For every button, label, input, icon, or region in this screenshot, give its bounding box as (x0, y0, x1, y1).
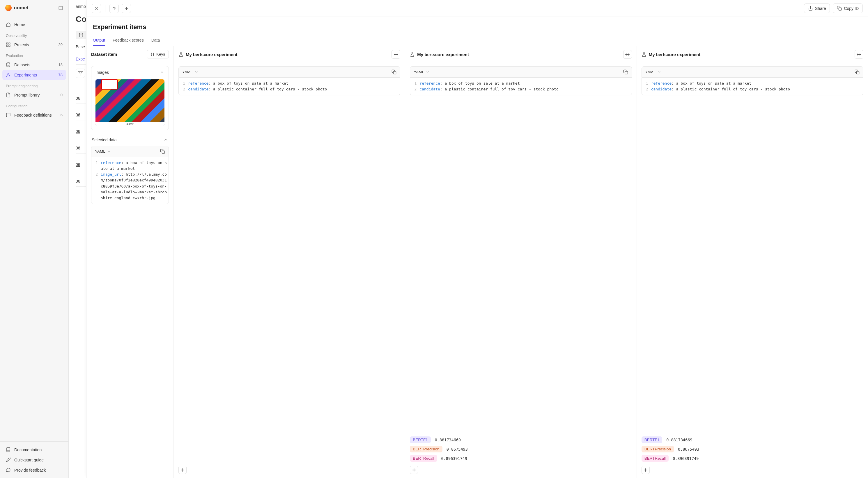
expand-button[interactable] (623, 50, 632, 59)
images-section-toggle[interactable]: Images (91, 66, 168, 78)
experiment-yaml-block: 1reference: a box of toys on sale at a m… (179, 78, 400, 95)
next-button[interactable] (122, 4, 131, 13)
nav-projects-label: Projects (14, 42, 29, 47)
filter-button[interactable] (76, 69, 85, 78)
tab-feedback-scores[interactable]: Feedback scores (113, 35, 144, 46)
breadcrumb[interactable]: anmo (76, 4, 86, 9)
yaml-label: YAML (645, 70, 656, 74)
chevron-down-icon (426, 70, 430, 74)
nav-prompt-library-count: 0 (61, 93, 63, 97)
add-score-button[interactable] (179, 466, 187, 474)
close-icon (94, 6, 99, 11)
score-value-recall: 0.896391749 (441, 456, 467, 461)
section-observability: Observability (2, 30, 66, 39)
tab-output[interactable]: Output (93, 35, 105, 46)
table-row[interactable]: 06 (76, 104, 86, 121)
expand-button[interactable] (855, 50, 863, 59)
svg-rect-4 (6, 45, 8, 46)
experiment-name[interactable]: My bertscore experiment (649, 52, 852, 57)
nav-documentation[interactable]: Documentation (2, 445, 66, 455)
yaml-format-select[interactable]: YAML (642, 66, 863, 78)
nav-projects[interactable]: Projects 20 (2, 39, 66, 50)
chevron-up-icon (159, 70, 164, 75)
score-label-f1: BERTF1 (642, 436, 662, 443)
nav-docs-label: Documentation (14, 447, 42, 452)
nav-prompt-library[interactable]: Prompt library 0 (2, 90, 66, 100)
table-row[interactable]: 06 (76, 121, 86, 137)
prev-button[interactable] (110, 4, 119, 13)
grid-icon (6, 42, 11, 47)
chat-icon (6, 468, 11, 473)
copy-icon[interactable] (855, 69, 860, 74)
dataset-image-thumb[interactable] (95, 79, 164, 126)
experiment-yaml-block: 1reference: a box of toys on sale at a m… (410, 78, 632, 95)
nav-prompt-library-label: Prompt library (14, 93, 39, 97)
keys-button[interactable]: {} Keys (147, 50, 169, 59)
yaml-label: YAML (414, 70, 424, 74)
score-value-recall: 0.896391749 (673, 456, 699, 461)
svg-rect-21 (625, 71, 627, 74)
score-label-recall: BERTRecall (642, 455, 669, 462)
nav-datasets[interactable]: Datasets 18 (2, 60, 66, 70)
add-score-button[interactable] (410, 466, 418, 474)
file-icon (6, 93, 11, 97)
score-value-f1: 0.881734669 (435, 438, 461, 442)
copy-icon[interactable] (160, 149, 165, 154)
nav-provide-feedback[interactable]: Provide feedback (2, 465, 66, 475)
experiment-name[interactable]: My bertscore experiment (186, 52, 389, 57)
yaml-format-select[interactable]: YAML (179, 66, 400, 78)
home-icon (6, 22, 11, 27)
expand-icon (625, 52, 630, 57)
keys-label: Keys (156, 52, 165, 57)
tab-data[interactable]: Data (151, 35, 160, 46)
svg-rect-0 (59, 6, 63, 9)
nav-feedback-defs-label: Feedback definitions (14, 113, 52, 117)
nav-experiments[interactable]: Experiments 78 (2, 70, 66, 80)
brand-logo[interactable]: comet (0, 0, 68, 16)
share-button[interactable]: Share (804, 3, 830, 13)
copy-icon[interactable] (392, 69, 397, 74)
nav-feedback-defs[interactable]: Feedback definitions 6 (2, 110, 66, 120)
selected-data-label: Selected data (92, 138, 117, 142)
nav-home[interactable]: Home (2, 20, 66, 30)
table-row[interactable]: 06 (76, 137, 86, 153)
book-icon (6, 447, 11, 452)
sidebar-collapse-icon[interactable] (58, 5, 63, 10)
table-row[interactable]: 06 (76, 87, 86, 104)
close-panel-button[interactable] (92, 4, 101, 13)
nav-quickstart[interactable]: Quickstart guide (2, 455, 66, 465)
yaml-format-select[interactable]: YAML (91, 146, 169, 157)
section-configuration: Configuration (2, 100, 66, 110)
expand-button[interactable] (392, 50, 400, 59)
svg-rect-17 (394, 71, 396, 74)
panel-title: Experiment items (87, 17, 868, 35)
table-row[interactable]: 06 (76, 170, 86, 187)
add-score-button[interactable] (642, 466, 650, 474)
svg-rect-25 (856, 71, 859, 74)
nav-home-label: Home (14, 23, 25, 27)
nav-feedback-label: Provide feedback (14, 468, 46, 473)
selected-data-toggle[interactable]: Selected data (91, 134, 169, 146)
plus-icon (180, 468, 185, 473)
experiment-name[interactable]: My bertscore experiment (417, 52, 621, 57)
yaml-label: YAML (182, 70, 193, 74)
score-value-precision: 0.8675493 (678, 447, 699, 451)
dataset-chip[interactable] (76, 31, 86, 39)
yaml-format-select[interactable]: YAML (410, 66, 632, 78)
table-row[interactable]: 06 (76, 153, 86, 170)
images-section-label: Images (95, 70, 109, 75)
flask-icon (410, 52, 415, 57)
svg-rect-14 (839, 7, 841, 10)
section-prompt-eng: Prompt engineering (2, 80, 66, 90)
nav-projects-count: 20 (59, 42, 63, 47)
score-label-recall: BERTRecall (410, 455, 437, 462)
bg-tab[interactable]: Expe (76, 55, 85, 64)
copy-id-button[interactable]: Copy ID (833, 3, 863, 13)
copy-id-label: Copy ID (844, 6, 859, 11)
message-icon (6, 112, 11, 117)
yaml-label: YAML (95, 149, 105, 153)
svg-point-7 (80, 33, 83, 34)
copy-icon[interactable] (623, 69, 628, 74)
svg-point-6 (7, 63, 10, 64)
chevron-down-icon (194, 70, 198, 74)
